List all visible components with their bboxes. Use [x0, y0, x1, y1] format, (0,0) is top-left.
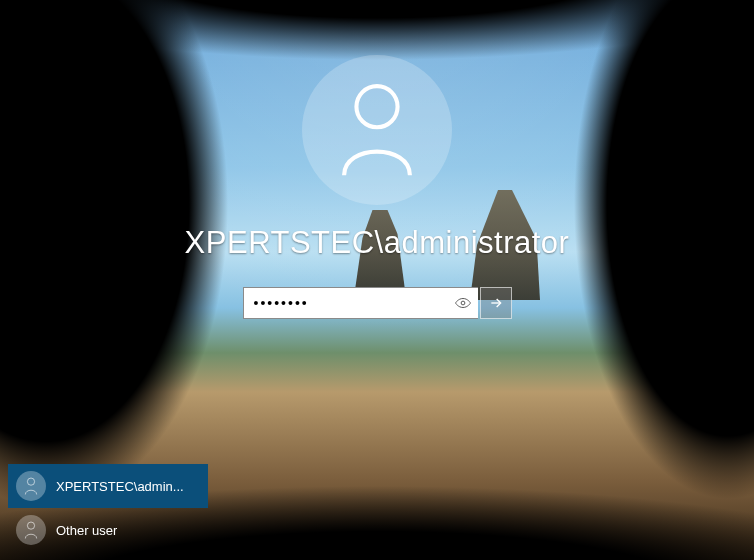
svg-point-1 [461, 301, 465, 305]
svg-point-3 [27, 522, 34, 529]
arrow-right-icon [488, 295, 504, 311]
reveal-password-button[interactable] [454, 294, 472, 312]
svg-point-0 [356, 86, 397, 127]
password-wrap [243, 287, 478, 319]
account-item-label: Other user [56, 523, 117, 538]
person-icon [23, 477, 39, 495]
eye-icon [454, 294, 472, 312]
login-panel: XPERTSTEC\administrator [0, 55, 754, 319]
username-label: XPERTSTEC\administrator [185, 225, 570, 261]
person-icon [23, 521, 39, 539]
account-item-other-user[interactable]: Other user [8, 508, 208, 552]
account-item-selected[interactable]: XPERTSTEC\admin... [8, 464, 208, 508]
svg-point-2 [27, 478, 34, 485]
account-list: XPERTSTEC\admin... Other user [8, 464, 208, 552]
account-item-label: XPERTSTEC\admin... [56, 479, 184, 494]
user-avatar [302, 55, 452, 205]
person-icon [334, 82, 420, 178]
submit-button[interactable] [480, 287, 512, 319]
account-avatar [16, 515, 46, 545]
password-row [243, 287, 512, 319]
password-input[interactable] [243, 287, 478, 319]
account-avatar [16, 471, 46, 501]
